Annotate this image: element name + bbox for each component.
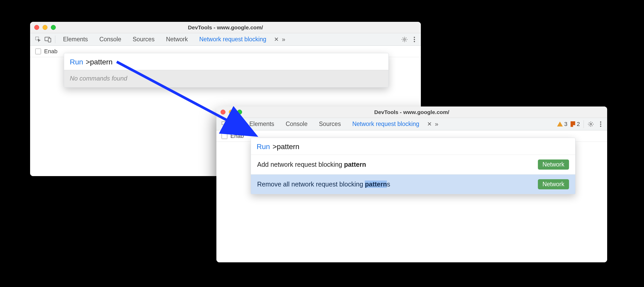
- tab-console[interactable]: Console: [94, 33, 126, 45]
- device-toggle-icon[interactable]: [44, 35, 52, 44]
- svg-rect-2: [48, 38, 51, 42]
- enable-blocking-label: Enab: [44, 48, 57, 55]
- device-toggle-icon[interactable]: [230, 120, 239, 129]
- zoom-icon[interactable]: [237, 110, 242, 115]
- warning-count: 3: [564, 121, 567, 128]
- tab-network[interactable]: Network: [161, 33, 193, 45]
- titlebar: DevTools - www.google.com/: [216, 106, 607, 118]
- svg-point-10: [590, 123, 592, 125]
- more-tabs-icon[interactable]: »: [434, 121, 437, 128]
- command-item-label: Add network request blocking pattern: [257, 161, 366, 168]
- svg-point-3: [404, 38, 405, 40]
- tab-close-icon[interactable]: ✕: [426, 121, 433, 128]
- titlebar: DevTools - www.google.com/: [30, 22, 421, 33]
- warning-badge[interactable]: 3: [556, 121, 568, 128]
- tab-network-request-blocking[interactable]: Network request blocking: [347, 118, 424, 130]
- traffic-lights: [34, 25, 56, 30]
- kebab-icon[interactable]: [596, 120, 605, 129]
- command-item[interactable]: Add network request blocking patternNetw…: [251, 155, 575, 174]
- command-palette: Run >pattern Add network request blockin…: [251, 138, 576, 194]
- tab-elements[interactable]: Elements: [58, 33, 93, 45]
- devtools-tabstrip: Elements Console Sources Network Network…: [30, 33, 421, 46]
- separator: [55, 36, 55, 43]
- minimize-icon[interactable]: [229, 110, 234, 115]
- command-input[interactable]: Run >pattern: [64, 53, 388, 70]
- tab-close-icon[interactable]: ✕: [272, 36, 280, 43]
- command-query: >pattern: [86, 58, 113, 66]
- inspect-icon[interactable]: [34, 35, 43, 44]
- gear-icon[interactable]: [400, 35, 409, 44]
- separator: [584, 120, 584, 128]
- gear-icon[interactable]: [586, 120, 595, 129]
- separator: [241, 120, 242, 128]
- enable-blocking-checkbox[interactable]: [222, 133, 227, 139]
- issues-badge[interactable]: 2: [570, 121, 581, 128]
- command-empty: No commands found: [64, 70, 388, 87]
- command-prefix: Run: [257, 143, 270, 151]
- command-item[interactable]: Remove all network request blocking patt…: [251, 174, 575, 194]
- command-item-category: Network: [538, 159, 569, 170]
- svg-point-4: [414, 37, 415, 38]
- svg-point-12: [600, 123, 601, 125]
- more-tabs-icon[interactable]: »: [281, 36, 284, 43]
- inspect-icon[interactable]: [220, 120, 229, 129]
- command-input[interactable]: Run >pattern: [251, 138, 575, 155]
- close-icon[interactable]: [221, 110, 225, 115]
- tab-network-request-blocking[interactable]: Network request blocking: [194, 33, 271, 45]
- zoom-icon[interactable]: [51, 25, 56, 30]
- svg-rect-9: [235, 123, 237, 127]
- window-title: DevTools - www.google.com/: [216, 109, 607, 115]
- svg-point-11: [600, 121, 601, 123]
- tab-console[interactable]: Console: [280, 118, 313, 130]
- tab-sources[interactable]: Sources: [127, 33, 160, 45]
- window-title: DevTools - www.google.com/: [30, 24, 421, 31]
- traffic-lights: [221, 110, 242, 115]
- command-item-category: Network: [538, 179, 569, 189]
- svg-point-13: [600, 125, 601, 127]
- warning-icon: [557, 122, 563, 126]
- minimize-icon[interactable]: [43, 25, 47, 30]
- command-prefix: Run: [70, 58, 83, 66]
- command-query: >pattern: [272, 143, 299, 151]
- svg-point-6: [414, 41, 415, 42]
- devtools-tabstrip: Elements Console Sources Network request…: [216, 118, 607, 130]
- command-palette: Run >pattern No commands found: [64, 53, 389, 88]
- issues-icon: [571, 121, 575, 127]
- svg-point-5: [414, 39, 415, 40]
- close-icon[interactable]: [34, 25, 39, 30]
- command-item-label: Remove all network request blocking patt…: [257, 181, 390, 188]
- enable-blocking-label: Enab: [230, 133, 244, 139]
- tab-elements[interactable]: Elements: [244, 118, 279, 130]
- kebab-icon[interactable]: [410, 35, 419, 44]
- enable-blocking-checkbox[interactable]: [35, 49, 41, 54]
- issues-count: 2: [577, 121, 580, 128]
- tab-sources[interactable]: Sources: [314, 118, 346, 130]
